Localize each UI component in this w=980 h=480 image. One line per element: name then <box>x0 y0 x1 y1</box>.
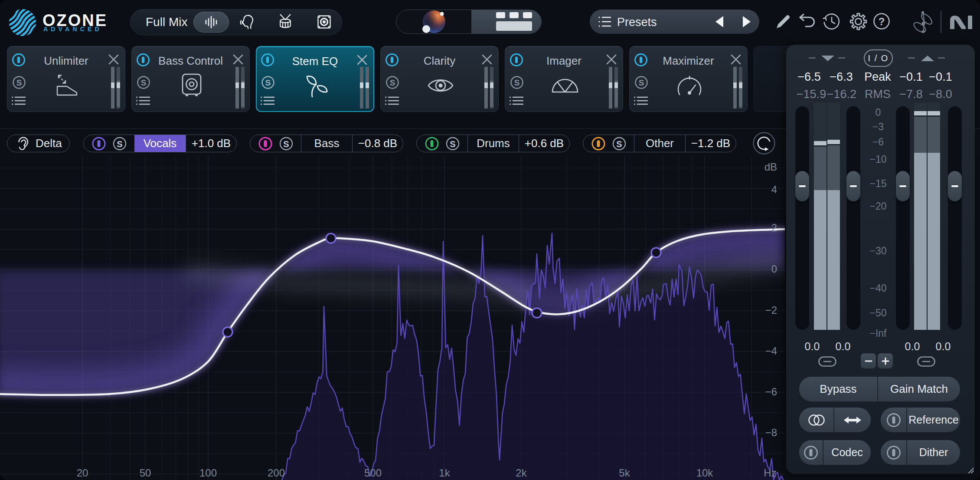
svg-text:500: 500 <box>364 467 382 479</box>
svg-text:S: S <box>141 78 147 87</box>
svg-text:−4: −4 <box>765 345 777 357</box>
svg-text:50: 50 <box>140 467 151 479</box>
svg-text:S: S <box>117 139 122 148</box>
svg-text:−2: −2 <box>765 304 777 316</box>
svg-text:−6: −6 <box>765 386 777 398</box>
svg-text:4: 4 <box>771 184 777 195</box>
svg-text:100: 100 <box>199 467 217 479</box>
svg-text:5k: 5k <box>619 467 630 479</box>
svg-text:10k: 10k <box>696 467 714 479</box>
svg-text:S: S <box>283 139 289 148</box>
svg-text:Hz: Hz <box>764 467 776 479</box>
svg-text:20: 20 <box>77 467 88 479</box>
svg-text:S: S <box>390 78 395 87</box>
svg-text:0: 0 <box>771 263 777 275</box>
svg-text:S: S <box>16 78 22 87</box>
svg-text:S: S <box>514 78 520 87</box>
svg-text:?: ? <box>879 16 885 27</box>
svg-text:dB: dB <box>764 161 777 173</box>
svg-text:2k: 2k <box>516 467 527 479</box>
svg-text:S: S <box>639 78 644 87</box>
svg-text:2: 2 <box>771 222 777 233</box>
svg-text:1k: 1k <box>439 467 450 479</box>
svg-text:S: S <box>265 78 271 87</box>
svg-text:−8: −8 <box>765 427 777 438</box>
svg-text:S: S <box>450 139 455 148</box>
svg-text:200: 200 <box>268 467 285 479</box>
svg-text:S: S <box>616 139 622 148</box>
